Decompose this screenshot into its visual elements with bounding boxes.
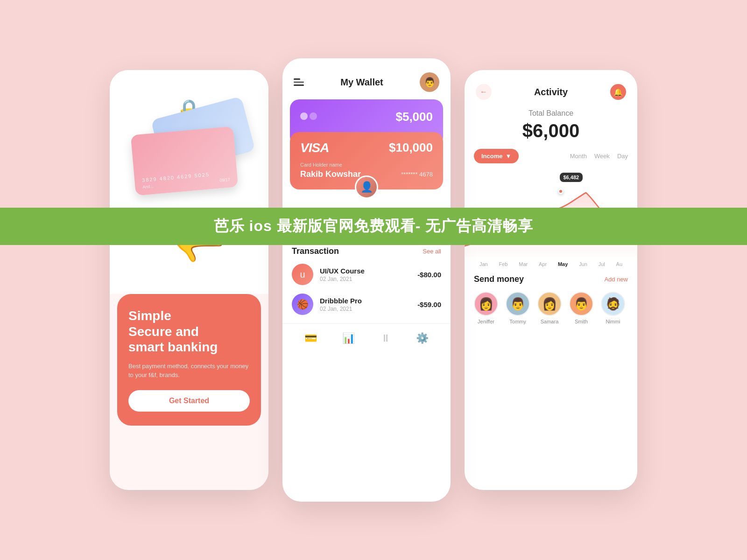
nav-settings-icon[interactable]: ⚙️ (416, 332, 429, 344)
phone-3: ← Activity 🔔 Total Balance $6,000 Income… (465, 70, 637, 490)
card-last4: ******* 4678 (401, 171, 433, 178)
transaction-date-2: 02 Jan, 2021 (320, 306, 411, 312)
filter-day[interactable]: Day (617, 153, 628, 160)
watermark-banner: 芭乐 ios 最新版官网免费观看- 无广告高清畅享 (0, 208, 747, 245)
contact-name-nimmi: Nimmi (606, 319, 620, 324)
transactions-header: Transaction See all (292, 246, 441, 256)
hamburger-menu-icon[interactable] (294, 78, 304, 86)
contact-avatar-samara: 👩 (537, 292, 562, 316)
transaction-name-1: UI/UX Course (320, 267, 411, 275)
chart-tooltip: $6,482 (560, 173, 583, 182)
phone-1: 🔒 3829 4820 4629 5025 And... 09/17 🫳 Sim… (110, 70, 268, 490)
card-expiry: 09/17 (219, 177, 230, 183)
filter-week[interactable]: Week (594, 153, 610, 160)
banner-text: 芭乐 ios 最新版官网免费观看- 无广告高清畅享 (214, 217, 534, 234)
transaction-name-2: Dribbble Pro (320, 297, 411, 305)
add-new-link[interactable]: Add new (604, 276, 628, 283)
card-coral-amount: $10,000 (389, 140, 433, 155)
transaction-icon-2: 🏀 (292, 294, 313, 315)
arrow-decoration: ↘ (237, 388, 245, 399)
wallet-title: My Wallet (340, 77, 383, 88)
card-coral: VISA $10,000 Card Holder name Rakib Kows… (290, 132, 443, 189)
contact-nimmi[interactable]: 🧔 Nimmi (601, 292, 625, 324)
month-feb: Feb (499, 261, 507, 267)
contacts-row: 👩 Jeniffer 👨 Tommy 👩 Samara 👨 Smith 🧔 (474, 292, 628, 324)
contact-jeniffer[interactable]: 👩 Jeniffer (474, 292, 498, 324)
phone-2: My Wallet 👨 $5,000 VISA $10,000 Card Hol… (282, 58, 451, 502)
transaction-item-2: 🏀 Dribbble Pro 02 Jan, 2021 -$59.00 (292, 294, 441, 315)
get-started-button[interactable]: Get Started (128, 390, 250, 412)
phone-1-headline: Simple Secure and smart banking (128, 308, 250, 355)
month-jul: Jul (599, 261, 605, 267)
month-aug: Au (616, 261, 622, 267)
phone-1-description: Best payment method, connects your money… (128, 362, 250, 380)
back-button[interactable]: ← (476, 84, 492, 100)
activity-header: ← Activity 🔔 (465, 70, 637, 105)
contact-avatar-jeniffer: 👩 (474, 292, 498, 316)
filter-month[interactable]: Month (570, 153, 587, 160)
month-may: May (558, 261, 568, 267)
month-labels: Jan Feb Mar Apr May Jun Jul Au (465, 261, 637, 267)
phone-1-illustration: 🔒 3829 4820 4629 5025 And... 09/17 🫳 (110, 70, 268, 294)
user-avatar[interactable]: 👨 (420, 72, 439, 92)
contact-avatar-tommy: 👨 (506, 292, 530, 316)
contact-smith[interactable]: 👨 Smith (569, 292, 593, 324)
wallet-header: My Wallet 👨 (282, 58, 451, 99)
send-money-section: Send money Add new 👩 Jeniffer 👨 Tommy 👩 … (465, 274, 637, 324)
contact-name-samara: Samara (541, 319, 559, 324)
total-balance-label: Total Balance (476, 109, 626, 118)
card-purple-amount: $5,000 (395, 110, 433, 124)
transactions-section: Transaction See all u UI/UX Course 02 Ja… (282, 246, 451, 315)
nav-chart-icon[interactable]: 📊 (342, 332, 355, 344)
contact-name-jeniffer: Jeniffer (478, 319, 494, 324)
activity-title: Activity (534, 87, 568, 98)
transaction-amount-2: -$59.00 (417, 301, 441, 308)
transaction-item-1: u UI/UX Course 02 Jan, 2021 -$80.00 (292, 264, 441, 285)
contact-tommy[interactable]: 👨 Tommy (506, 292, 530, 324)
filter-row: Income ▼ Month Week Day (465, 149, 637, 163)
send-money-header: Send money Add new (474, 274, 628, 284)
month-apr: Apr (539, 261, 547, 267)
contact-samara[interactable]: 👩 Samara (537, 292, 562, 324)
contact-name-smith: Smith (575, 319, 588, 324)
chart-dot (558, 189, 564, 194)
contact-avatar-smith: 👨 (569, 292, 593, 316)
card-pink: 3829 4820 4629 5025 And... 09/17 (131, 126, 238, 196)
contact-name-tommy: Tommy (509, 319, 526, 324)
filter-options: Month Week Day (570, 153, 628, 160)
bottom-nav: 💳 📊 ⏸ ⚙️ (282, 323, 451, 353)
nav-wallet-icon[interactable]: 💳 (304, 332, 317, 344)
transaction-info-2: Dribbble Pro 02 Jan, 2021 (320, 297, 411, 312)
bell-icon[interactable]: 🔔 (610, 84, 626, 100)
nav-pause-icon[interactable]: ⏸ (381, 332, 391, 344)
transaction-amount-1: -$80.00 (417, 271, 441, 279)
month-jun: Jun (579, 261, 587, 267)
card-holder-label: Card Holder name (300, 162, 433, 168)
transactions-title: Transaction (292, 246, 339, 256)
month-mar: Mar (519, 261, 528, 267)
phone-1-bottom: Simple Secure and smart banking Best pay… (117, 294, 261, 426)
month-jan: Jan (479, 261, 488, 267)
income-button[interactable]: Income ▼ (474, 149, 519, 163)
card-holder-name: Rakib Kowshar (300, 169, 361, 179)
total-balance-amount: $6,000 (476, 120, 626, 141)
total-balance-section: Total Balance $6,000 (465, 105, 637, 149)
main-container: 芭乐 ios 最新版官网免费观看- 无广告高清畅享 🔒 3829 4820 46… (47, 35, 700, 525)
transaction-info-1: UI/UX Course 02 Jan, 2021 (320, 267, 411, 282)
card-holder: And... (142, 184, 154, 189)
profile-on-card: 👤 (355, 175, 378, 199)
transaction-icon-1: u (292, 264, 313, 285)
see-all-link[interactable]: See all (423, 248, 441, 255)
transaction-date-1: 02 Jan, 2021 (320, 276, 411, 282)
contact-avatar-nimmi: 🧔 (601, 292, 625, 316)
send-money-title: Send money (474, 274, 524, 284)
